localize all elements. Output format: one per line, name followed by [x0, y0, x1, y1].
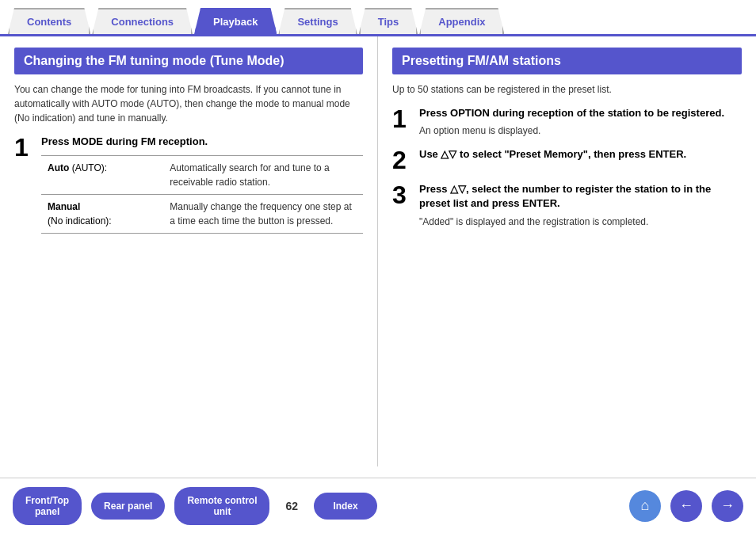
right-step-3-number: 3	[392, 182, 411, 207]
right-section-intro: Up to 50 stations can be registered in t…	[392, 82, 742, 97]
table-row: Auto (AUTO): Automatically search for an…	[41, 156, 363, 195]
back-button[interactable]: ←	[670, 490, 702, 522]
auto-mode-label: Auto (AUTO):	[41, 156, 163, 195]
manual-mode-desc: Manually change the frequency one step a…	[163, 195, 363, 234]
page-number: 62	[285, 500, 298, 512]
right-step-2: 2 Use △▽ to select "Preset Memory", then…	[392, 147, 742, 173]
right-step-3-title: Press △▽, select the number to register …	[419, 182, 742, 211]
index-button[interactable]: Index	[314, 493, 377, 520]
tab-playback[interactable]: Playback	[194, 8, 277, 34]
remote-control-unit-button[interactable]: Remote control unit	[174, 487, 269, 525]
rear-panel-button[interactable]: Rear panel	[91, 493, 165, 520]
forward-button[interactable]: →	[712, 490, 743, 522]
left-step-1-title: Press MODE during FM reception.	[41, 135, 363, 149]
left-section-title: Changing the FM tuning mode (Tune Mode)	[14, 48, 363, 74]
home-button[interactable]: ⌂	[629, 490, 661, 522]
right-step-1-number: 1	[392, 106, 411, 131]
right-section-title: Presetting FM/AM stations	[392, 48, 742, 74]
front-top-panel-button[interactable]: Front/Top panel	[13, 487, 82, 525]
right-step-1-title: Press OPTION during reception of the sta…	[419, 106, 742, 120]
manual-mode-label: Manual(No indication):	[41, 195, 163, 234]
tab-tips[interactable]: Tips	[359, 8, 418, 34]
left-section-intro: You can change the mode for tuning into …	[14, 82, 363, 125]
tab-navigation: Contents Connections Playback Settings T…	[0, 0, 756, 36]
bottom-navigation: Front/Top panel Rear panel Remote contro…	[0, 478, 756, 533]
right-step-1-desc: An option menu is displayed.	[419, 124, 742, 138]
mode-table: Auto (AUTO): Automatically search for an…	[41, 155, 363, 234]
tab-appendix[interactable]: Appendix	[419, 8, 504, 34]
right-step-1: 1 Press OPTION during reception of the s…	[392, 106, 742, 138]
table-row: Manual(No indication): Manually change t…	[41, 195, 363, 234]
tab-settings[interactable]: Settings	[278, 8, 357, 34]
left-step-1: 1 Press MODE during FM reception. Auto (…	[14, 135, 363, 234]
right-step-2-title: Use △▽ to select "Preset Memory", then p…	[419, 147, 742, 162]
right-column: Presetting FM/AM stations Up to 50 stati…	[378, 36, 756, 466]
left-step-1-number: 1	[14, 135, 33, 160]
tab-connections[interactable]: Connections	[92, 8, 193, 34]
left-column: Changing the FM tuning mode (Tune Mode) …	[0, 36, 378, 466]
main-content: Changing the FM tuning mode (Tune Mode) …	[0, 36, 756, 466]
right-step-3: 3 Press △▽, select the number to registe…	[392, 182, 742, 228]
tab-contents[interactable]: Contents	[8, 8, 90, 34]
auto-mode-desc: Automatically search for and tune to a r…	[163, 156, 363, 195]
right-step-2-number: 2	[392, 147, 411, 173]
right-step-3-desc: "Added" is displayed and the registratio…	[419, 215, 742, 229]
